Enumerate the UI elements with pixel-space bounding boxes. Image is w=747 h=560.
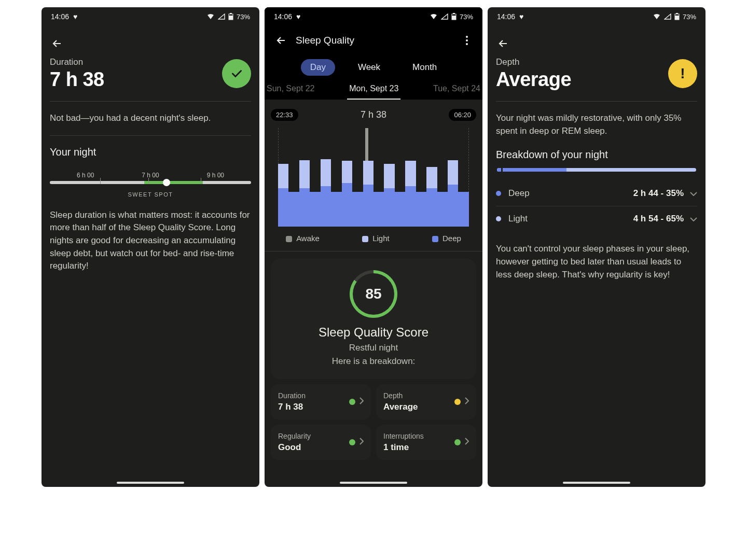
divider xyxy=(50,135,251,136)
duration-paragraph: Sleep duration is what matters most: it … xyxy=(50,209,251,273)
date-selector[interactable]: Sun, Sept 22 Mon, Sept 23 Tue, Sept 24 xyxy=(265,81,482,100)
legend-awake: Awake xyxy=(296,234,320,243)
duration-screen: 14:06 73% Duration 7 h 38 Not bad—you ha… xyxy=(42,7,259,487)
depth-footer: You can't control your sleep phases in y… xyxy=(496,243,697,281)
divider xyxy=(496,101,697,102)
stage-value: 2 h 44 - 35% xyxy=(633,188,684,199)
score-ring: 85 xyxy=(350,270,397,318)
duration-label: Duration xyxy=(50,57,104,67)
status-alert-badge: ! xyxy=(668,59,697,88)
battery-icon xyxy=(674,13,680,20)
stage-value: 4 h 54 - 65% xyxy=(633,214,684,224)
status-time: 14:06 xyxy=(51,12,69,21)
metrics-grid: Duration7 h 38DepthAverageRegularityGood… xyxy=(265,384,482,460)
metric-card-duration[interactable]: Duration7 h 38 xyxy=(271,384,371,419)
tab-day[interactable]: Day xyxy=(301,59,335,76)
chart-legend: Awake Light Deep xyxy=(265,227,482,246)
stage-dot-icon xyxy=(496,216,501,221)
metric-label: Depth xyxy=(383,391,418,400)
chevron-down-icon xyxy=(690,189,697,198)
page-title: Sleep Quality xyxy=(296,35,458,46)
date-prev[interactable]: Sun, Sept 22 xyxy=(265,84,317,100)
depth-row-deep[interactable]: Deep2 h 44 - 35% xyxy=(496,181,697,206)
depth-value: Average xyxy=(496,68,571,91)
depth-label: Depth xyxy=(496,57,571,67)
stage-dot-icon xyxy=(496,191,501,196)
battery-icon xyxy=(451,13,457,20)
sweet-spot-label: SWEET SPOT xyxy=(50,191,251,198)
svg-point-7 xyxy=(466,39,468,41)
battery-percent: 73% xyxy=(683,13,696,21)
chevron-right-icon xyxy=(465,397,469,407)
chevron-right-icon xyxy=(359,397,364,407)
metric-value: 7 h 38 xyxy=(278,402,306,412)
status-time: 14:06 xyxy=(497,12,515,21)
chevron-right-icon xyxy=(465,438,469,447)
status-dot-icon xyxy=(454,399,461,405)
chevron-down-icon xyxy=(690,214,697,223)
svg-rect-10 xyxy=(675,16,679,20)
depth-row-light[interactable]: Light4 h 54 - 65% xyxy=(496,206,697,231)
heart-icon xyxy=(519,12,523,21)
status-dot-icon xyxy=(349,439,355,445)
metric-card-regularity[interactable]: RegularityGood xyxy=(271,425,371,460)
status-bar: 14:06 73% xyxy=(42,7,259,26)
metric-card-interruptions[interactable]: Interruptions1 time xyxy=(376,425,476,460)
status-dot-icon xyxy=(349,399,355,405)
waketime-pill: 06:20 xyxy=(449,109,476,121)
legend-light: Light xyxy=(372,234,390,243)
metric-label: Regularity xyxy=(278,432,311,440)
date-current[interactable]: Mon, Sept 23 xyxy=(347,84,400,100)
home-indicator[interactable] xyxy=(563,482,630,484)
metric-label: Duration xyxy=(278,391,306,400)
cell-signal-icon xyxy=(441,13,448,20)
back-arrow-icon[interactable] xyxy=(493,33,514,54)
range-tabs: Day Week Month xyxy=(265,55,482,81)
sleep-score-card[interactable]: 85 Sleep Quality Score Restful night Her… xyxy=(271,259,476,379)
depth-summary: Your night was mildly restorative, with … xyxy=(496,112,697,137)
battery-icon xyxy=(228,13,233,20)
status-dot-icon xyxy=(454,439,461,445)
depth-breakdown-bar xyxy=(497,168,696,172)
heart-icon xyxy=(73,12,77,21)
score-sub1: Restful night xyxy=(277,343,470,353)
home-indicator[interactable] xyxy=(117,482,184,484)
heart-icon xyxy=(296,12,300,21)
slider-label: 6 h 00 xyxy=(77,172,94,179)
overflow-menu-icon[interactable] xyxy=(458,36,476,45)
home-indicator[interactable] xyxy=(340,482,407,484)
legend-deep: Deep xyxy=(442,234,461,243)
back-arrow-icon[interactable] xyxy=(271,30,292,51)
metric-card-depth[interactable]: DepthAverage xyxy=(376,384,476,419)
score-value: 85 xyxy=(365,286,381,302)
score-sub2: Here is a breakdown: xyxy=(277,356,470,367)
slider-label: 9 h 00 xyxy=(207,172,224,179)
wifi-icon xyxy=(430,13,438,20)
metric-value: 1 time xyxy=(383,442,424,453)
your-night-heading: Your night xyxy=(50,146,251,158)
metric-label: Interruptions xyxy=(383,432,424,440)
back-arrow-icon[interactable] xyxy=(47,33,67,54)
svg-rect-2 xyxy=(230,13,232,14)
metric-value: Average xyxy=(383,402,418,412)
duration-slider: 6 h 00 7 h 00 9 h 00 SWEET SPOT xyxy=(50,172,251,200)
bedtime-pill: 22:33 xyxy=(271,109,298,121)
duration-value: 7 h 38 xyxy=(50,68,104,91)
divider xyxy=(50,101,251,102)
date-next[interactable]: Tue, Sept 24 xyxy=(431,84,482,100)
tab-week[interactable]: Week xyxy=(349,59,390,76)
svg-rect-4 xyxy=(452,16,456,20)
status-icons: 73% xyxy=(206,13,250,21)
cell-signal-icon xyxy=(664,13,671,20)
tab-month[interactable]: Month xyxy=(403,59,446,76)
cell-signal-icon xyxy=(218,13,225,20)
status-time: 14:06 xyxy=(274,12,292,21)
exclamation-icon: ! xyxy=(680,65,685,82)
total-duration: 7 h 38 xyxy=(361,109,386,120)
breakdown-heading: Breakdown of your night xyxy=(496,149,697,161)
status-bar: 14:06 73% xyxy=(265,7,482,26)
status-bar: 14:06 73% xyxy=(488,7,706,26)
wifi-icon xyxy=(206,13,215,20)
depth-screen: 14:06 73% Depth Average ! Your night was… xyxy=(488,7,706,487)
svg-rect-11 xyxy=(676,13,678,14)
